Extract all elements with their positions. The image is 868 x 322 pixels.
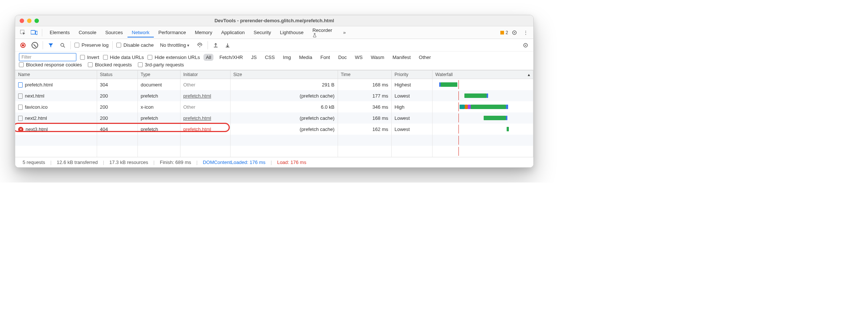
issues-badge[interactable]: 2 (500, 30, 508, 35)
status-requests: 5 requests (20, 160, 48, 165)
status-finish: Finish: 689 ms (157, 160, 194, 165)
tab-security[interactable]: Security (249, 27, 275, 37)
svg-line-6 (63, 46, 65, 47)
file-icon (18, 105, 23, 110)
tab-sources[interactable]: Sources (101, 27, 127, 37)
flask-icon (312, 33, 334, 37)
type-filter-all[interactable]: All (203, 54, 213, 61)
col-header-size[interactable]: Size (230, 70, 338, 79)
empty-row (15, 146, 533, 157)
gear-icon[interactable] (510, 28, 519, 37)
table-row[interactable]: prefetch.html304documentOther291 B168 ms… (15, 79, 533, 91)
tab-recorder[interactable]: Recorder (308, 25, 338, 40)
error-icon: ✕ (18, 127, 23, 132)
request-time: 162 ms (338, 124, 391, 135)
request-size: 291 B (230, 79, 338, 91)
svg-point-4 (514, 32, 515, 33)
tab-application[interactable]: Application (217, 27, 249, 37)
request-waterfall (432, 79, 533, 91)
table-row[interactable]: ✕next3.html404prefetchprefetch.html(pref… (15, 124, 533, 135)
filter-bar-2: Blocked response cookies Blocked request… (15, 61, 533, 70)
tab-elements[interactable]: Elements (45, 27, 74, 37)
request-name: favicon.ico (25, 104, 47, 110)
request-initiator[interactable]: prefetch.html (183, 126, 211, 132)
col-header-waterfall[interactable]: Waterfall▲ (432, 70, 533, 79)
more-tabs-icon[interactable]: » (339, 28, 349, 37)
request-time: 346 ms (338, 101, 391, 112)
tab-network[interactable]: Network (127, 27, 154, 37)
request-status: 404 (97, 124, 138, 135)
type-filter-fetch-xhr[interactable]: Fetch/XHR (217, 54, 245, 61)
type-filter-img[interactable]: Img (281, 54, 293, 61)
type-filter-manifest[interactable]: Manifest (390, 54, 413, 61)
tab-console[interactable]: Console (74, 27, 101, 37)
import-icon[interactable] (212, 41, 220, 49)
type-filter-doc[interactable]: Doc (336, 54, 349, 61)
disable-cache-checkbox[interactable]: Disable cache (116, 42, 154, 48)
filter-input[interactable] (19, 53, 76, 61)
table-row[interactable]: next.html200prefetchprefetch.html(prefet… (15, 90, 533, 101)
type-filter-font[interactable]: Font (318, 54, 332, 61)
request-initiator[interactable]: prefetch.html (183, 93, 211, 99)
blocked-cookies-checkbox[interactable]: Blocked response cookies (19, 62, 82, 68)
tab-performance[interactable]: Performance (154, 27, 190, 37)
minimize-icon[interactable] (27, 19, 32, 23)
svg-rect-1 (31, 30, 35, 34)
request-name: next3.html (26, 126, 48, 132)
request-size: (prefetch cache) (230, 90, 338, 101)
clear-button[interactable] (31, 41, 39, 49)
type-filter-wasm[interactable]: Wasm (369, 54, 387, 61)
request-priority: High (391, 101, 432, 112)
network-toolbar: Preserve log Disable cache No throttling… (15, 39, 533, 52)
request-type: prefetch (138, 112, 180, 124)
svg-point-7 (199, 46, 200, 47)
table-row[interactable]: favicon.ico200x-iconOther6.0 kB346 msHig… (15, 101, 533, 112)
request-size: (prefetch cache) (230, 112, 338, 124)
network-conditions-icon[interactable] (196, 41, 204, 49)
filter-icon[interactable] (47, 41, 55, 49)
kebab-icon[interactable]: ⋮ (521, 28, 530, 37)
status-domcontentloaded: DOMContentLoaded: 176 ms (200, 160, 268, 165)
request-status: 200 (97, 112, 138, 124)
tab-lighthouse[interactable]: Lighthouse (275, 27, 308, 37)
type-filter-js[interactable]: JS (249, 54, 259, 61)
invert-checkbox[interactable]: Invert (80, 55, 99, 60)
table-row[interactable]: next2.html200prefetchprefetch.html(prefe… (15, 112, 533, 124)
close-icon[interactable] (20, 19, 24, 23)
window-title: DevTools - prerender-demos.glitch.me/pre… (15, 18, 533, 23)
requests-table-wrap: NameStatusTypeInitiatorSizeTimePriorityW… (15, 70, 533, 157)
tab-memory[interactable]: Memory (191, 27, 217, 37)
request-name: next2.html (25, 115, 47, 121)
status-resources: 17.3 kB resources (106, 160, 151, 165)
type-filter-media[interactable]: Media (297, 54, 314, 61)
search-icon[interactable] (59, 41, 67, 49)
request-initiator: Other (183, 82, 196, 88)
blocked-requests-checkbox[interactable]: Blocked requests (88, 62, 132, 68)
gear-icon[interactable] (521, 41, 530, 49)
record-button[interactable] (19, 41, 27, 49)
hide-ext-urls-checkbox[interactable]: Hide extension URLs (148, 55, 200, 60)
col-header-time[interactable]: Time (338, 70, 391, 79)
document-icon (18, 82, 23, 88)
col-header-status[interactable]: Status (97, 70, 138, 79)
request-initiator[interactable]: prefetch.html (183, 115, 211, 121)
devtools-window: DevTools - prerender-demos.glitch.me/pre… (15, 15, 534, 168)
titlebar: DevTools - prerender-demos.glitch.me/pre… (15, 15, 533, 26)
inspect-icon[interactable] (18, 28, 28, 37)
col-header-type[interactable]: Type (138, 70, 180, 79)
col-header-name[interactable]: Name (15, 70, 97, 79)
maximize-icon[interactable] (34, 19, 39, 23)
col-header-priority[interactable]: Priority (391, 70, 432, 79)
third-party-checkbox[interactable]: 3rd-party requests (138, 62, 184, 68)
preserve-log-checkbox[interactable]: Preserve log (74, 42, 109, 48)
request-priority: Lowest (391, 112, 432, 124)
type-filter-css[interactable]: CSS (263, 54, 277, 61)
type-filter-other[interactable]: Other (417, 54, 433, 61)
device-icon[interactable] (29, 28, 39, 37)
export-icon[interactable] (223, 41, 232, 49)
hide-data-urls-checkbox[interactable]: Hide data URLs (103, 55, 144, 60)
throttling-select[interactable]: No throttling ▾ (158, 41, 192, 49)
issues-count: 2 (506, 30, 508, 35)
type-filter-ws[interactable]: WS (353, 54, 365, 61)
col-header-initiator[interactable]: Initiator (180, 70, 230, 79)
